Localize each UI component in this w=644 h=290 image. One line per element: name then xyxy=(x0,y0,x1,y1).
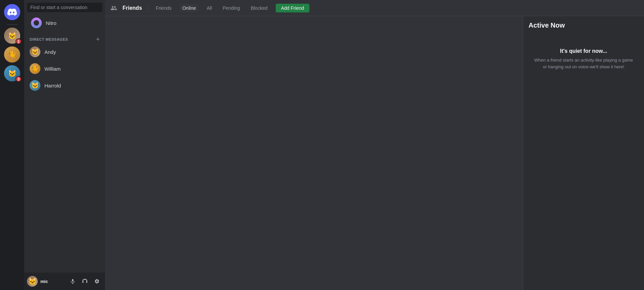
dm-name-andy: Andy xyxy=(44,49,56,55)
active-now-panel: Active Now It's quiet for now... When a … xyxy=(523,16,644,290)
settings-button[interactable] xyxy=(92,276,102,287)
friends-main xyxy=(105,16,523,290)
dm-avatar-william: 🐈 xyxy=(30,63,40,74)
dm-avatar-harrold: 🐱 xyxy=(30,80,40,91)
server-badge-3: 3 xyxy=(15,76,22,82)
user-info: mic xyxy=(40,279,65,284)
dm-name-harrold: Harrold xyxy=(44,83,61,88)
server-sidebar: 🐱 1 🐈 🐱 3 xyxy=(0,0,24,290)
server-badge-1: 1 xyxy=(15,38,22,44)
dm-name-william: William xyxy=(44,66,61,72)
header-divider xyxy=(147,4,148,12)
active-now-empty: It's quiet for now... When a friend star… xyxy=(529,35,639,83)
user-controls xyxy=(67,276,102,287)
friends-title: Friends xyxy=(123,5,142,11)
tab-blocked[interactable]: Blocked xyxy=(248,4,270,12)
search-bar[interactable]: Find or start a conversation xyxy=(27,3,102,12)
nitro-icon xyxy=(31,17,42,28)
server-icon-2[interactable]: 🐈 xyxy=(4,46,20,63)
friends-content: Active Now It's quiet for now... When a … xyxy=(105,16,644,290)
active-now-quiet: It's quiet for now... xyxy=(560,48,607,54)
dm-section-title: DIRECT MESSAGES xyxy=(30,37,68,41)
discord-logo-button[interactable] xyxy=(4,4,20,20)
tab-friends[interactable]: Friends xyxy=(153,4,174,12)
dm-list: 🐱 Andy 🐈 William 🐱 Harrold xyxy=(24,44,105,273)
main-content: Friends Friends Online All Pending Block… xyxy=(105,0,644,290)
friends-icon xyxy=(110,5,117,11)
user-avatar: 🐱 xyxy=(27,276,38,287)
tab-online[interactable]: Online xyxy=(179,4,198,12)
mic-button[interactable] xyxy=(67,276,78,287)
username: mic xyxy=(40,279,65,284)
tab-all[interactable]: All xyxy=(204,4,215,12)
add-dm-button[interactable]: + xyxy=(96,36,100,42)
tab-pending[interactable]: Pending xyxy=(220,4,243,12)
headphones-button[interactable] xyxy=(79,276,90,287)
add-friend-button[interactable]: Add Friend xyxy=(276,4,309,12)
dm-section-header: DIRECT MESSAGES + xyxy=(24,31,105,44)
dm-item-harrold[interactable]: 🐱 Harrold xyxy=(27,77,102,94)
user-area: 🐱 mic xyxy=(24,273,105,290)
nitro-item[interactable]: Nitro xyxy=(27,15,102,31)
nitro-label: Nitro xyxy=(46,20,57,26)
dm-avatar-andy: 🐱 xyxy=(30,46,40,57)
dm-item-william[interactable]: 🐈 William xyxy=(27,61,102,77)
server-divider xyxy=(7,24,18,25)
friends-header: Friends Friends Online All Pending Block… xyxy=(105,0,644,16)
search-placeholder: Find or start a conversation xyxy=(30,5,88,10)
dm-sidebar: Find or start a conversation Nitro DIREC… xyxy=(24,0,105,290)
server-icon-3[interactable]: 🐱 3 xyxy=(4,65,20,81)
server-icon-1[interactable]: 🐱 1 xyxy=(4,28,20,44)
active-now-description: When a friend starts an activity-like pl… xyxy=(534,57,633,70)
dm-item-andy[interactable]: 🐱 Andy xyxy=(27,44,102,60)
active-now-title: Active Now xyxy=(529,22,639,29)
